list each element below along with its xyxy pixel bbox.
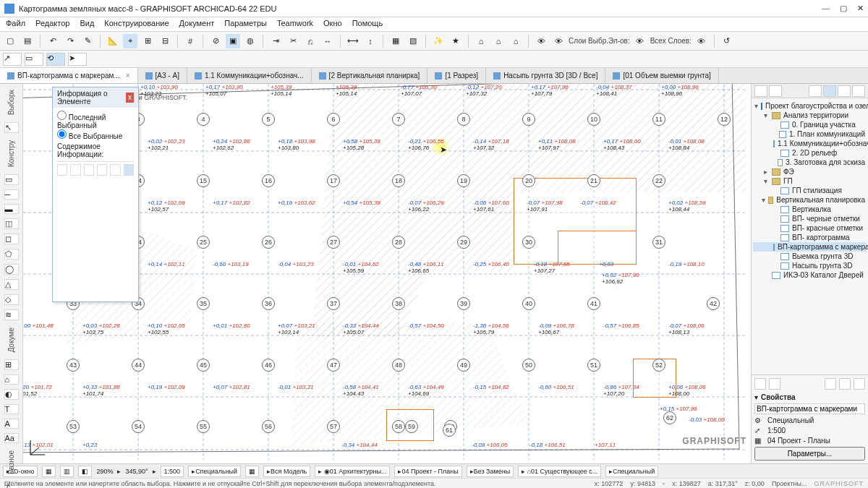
arrow-mode-icon[interactable]: ↗ xyxy=(3,53,22,66)
house2-icon[interactable]: ⌂ xyxy=(491,34,506,48)
3d-icon[interactable]: ◍ xyxy=(243,34,258,48)
prop-name-field[interactable] xyxy=(754,403,865,414)
tree-item--[interactable]: ▾ГП xyxy=(753,176,867,186)
tree-item--[interactable]: ВП-картограмма с маркерами xyxy=(753,242,867,252)
cursor-icon[interactable]: ➤ xyxy=(68,53,87,66)
radio-last[interactable]: Последний Выбранный xyxy=(57,114,106,129)
menu-Файл[interactable]: Файл xyxy=(6,19,25,30)
tab--1-[interactable]: [1 Разрез] xyxy=(427,68,486,83)
sb-icon-1[interactable]: ▦ xyxy=(42,466,56,477)
menu-Документ[interactable]: Документ xyxy=(179,19,215,30)
marquee-icon[interactable]: ▭ xyxy=(25,53,43,66)
prop-icon-3[interactable] xyxy=(825,378,836,390)
tree-item-1-[interactable]: 1. План коммуникаций xyxy=(753,129,867,139)
undo-icon[interactable]: ↶ xyxy=(46,34,60,48)
drawing-canvas[interactable]: ➤ 23456789101112131415161718192021222324… xyxy=(23,84,751,463)
tool-button[interactable]: ⬠ xyxy=(4,249,19,260)
pick-icon[interactable]: ✎ xyxy=(80,34,95,48)
opt6-button[interactable]: ▸ ⌂ 01 Существующее с... xyxy=(518,466,601,477)
refresh-icon[interactable]: ⟲ xyxy=(46,53,65,66)
tree-item-2-2D-[interactable]: 2. 2D рельеф xyxy=(753,148,867,158)
fav-icon[interactable]: ★ xyxy=(448,34,463,48)
tree-item--[interactable]: Вертикалка xyxy=(753,205,867,214)
adjust-icon[interactable]: ↔ xyxy=(320,34,335,48)
nav-tab-home-icon[interactable] xyxy=(809,85,822,97)
menu-Вид[interactable]: Вид xyxy=(80,19,94,30)
eye2-icon[interactable]: 👁 xyxy=(551,34,566,48)
tree-root[interactable]: ▾Проект благоустройства и озеленени xyxy=(753,101,867,111)
snap2-icon[interactable]: ⊞ xyxy=(140,34,155,48)
tool-button[interactable]: △ xyxy=(4,279,19,290)
info-icon-1[interactable] xyxy=(57,164,67,176)
tree-item-3-[interactable]: 3. Заготовка для эскиза xyxy=(753,158,867,167)
navigator-tree[interactable]: ▾Проект благоустройства и озеленени▾Анал… xyxy=(752,98,868,374)
tree-item--[interactable]: ▸ФЭ xyxy=(753,167,867,176)
menu-Teamwork[interactable]: Teamwork xyxy=(277,19,313,30)
tab--01-[interactable]: [01 Объем выемки грунта] xyxy=(605,68,718,83)
new-icon[interactable]: ▢ xyxy=(3,34,17,48)
info-icon-6[interactable] xyxy=(124,164,134,176)
tree-item--[interactable]: ▾Вертикальная планировка xyxy=(753,195,867,205)
house-icon[interactable]: ⌂ xyxy=(474,34,488,48)
prop-icon-4[interactable] xyxy=(839,378,851,390)
opt7-button[interactable]: ▸ Специальный xyxy=(605,466,658,477)
tree-item--[interactable]: ВП- черные отметки xyxy=(753,214,867,223)
tool-button[interactable]: ◯ xyxy=(4,264,19,275)
dim2-icon[interactable]: ↕ xyxy=(363,34,378,48)
opt4-button[interactable]: ▸ 04 Проект - Планы xyxy=(394,466,461,477)
tree-item-1-1-[interactable]: 1.1 Коммуникации+обозначения xyxy=(753,139,867,148)
radio-all[interactable]: Все Выбранные xyxy=(57,132,122,140)
tool-button[interactable]: ▭ xyxy=(4,174,19,185)
nav-tab-views-icon[interactable] xyxy=(823,85,836,97)
tool-button[interactable]: ◫ xyxy=(4,218,19,229)
tree-item--3D[interactable]: Насыпь грунта 3D xyxy=(753,261,867,270)
prop-icon-2[interactable] xyxy=(769,378,780,390)
opt3-button[interactable]: ▸ ◉ 01 Архитектурны... xyxy=(315,466,390,477)
menu-Помощь[interactable]: Помощь xyxy=(352,19,383,30)
tool-button[interactable]: ─ xyxy=(4,189,19,200)
tool-button[interactable]: T xyxy=(4,404,19,414)
scale-button[interactable]: 1:500 xyxy=(161,466,184,477)
grid-icon[interactable]: # xyxy=(183,34,197,48)
split-icon[interactable]: ⎌ xyxy=(303,34,318,48)
info-icon-4[interactable] xyxy=(97,164,107,176)
info-icon-5[interactable] xyxy=(110,164,120,176)
element-info-panel[interactable]: Информация о Элементе x Последний Выбран… xyxy=(52,87,139,302)
coord-opt[interactable]: Проектны... xyxy=(772,480,807,487)
maximize-button[interactable]: ▢ xyxy=(840,4,847,13)
house3-icon[interactable]: ⌂ xyxy=(509,34,523,48)
tree-item--[interactable]: ВП- красные отметки xyxy=(753,223,867,233)
tool-button[interactable]: ◇ xyxy=(4,294,19,305)
tree-item-0-[interactable]: 0. Граница участка xyxy=(753,120,867,129)
sb-icon-2[interactable]: ▥ xyxy=(60,466,74,477)
minimize-button[interactable]: — xyxy=(822,4,830,13)
tab--2-[interactable]: [2 Вертикальная планирка] xyxy=(312,68,428,83)
tab--3D-3D-[interactable]: Насыпь грунта 3D [3D / Все] xyxy=(486,68,605,83)
tool-button[interactable]: ⌂ xyxy=(4,374,19,385)
info-icon-3[interactable] xyxy=(84,164,94,176)
eye4-icon[interactable]: 👁 xyxy=(694,34,709,48)
layer2-icon[interactable]: ▧ xyxy=(406,34,420,48)
menu-Параметры[interactable]: Параметры xyxy=(224,19,267,30)
snap-icon[interactable]: ⌖ xyxy=(123,34,137,48)
prop-icon-1[interactable] xyxy=(754,378,766,390)
ruler-icon[interactable]: 📐 xyxy=(106,34,120,48)
redo-icon[interactable]: ↷ xyxy=(63,34,77,48)
suspend-icon[interactable]: ⊘ xyxy=(208,34,223,48)
open-icon[interactable]: ▤ xyxy=(20,34,35,48)
tool-button[interactable]: A xyxy=(4,419,19,429)
menu-Редактор[interactable]: Редактор xyxy=(35,19,69,30)
tool-button[interactable]: ↖ xyxy=(4,122,19,133)
tab--[interactable]: ВП-картограмма с маркерам...× xyxy=(0,68,138,83)
tool-button[interactable]: Aa xyxy=(4,433,19,443)
tool-button[interactable]: ◐ xyxy=(4,389,19,400)
zoom-value[interactable]: 290% xyxy=(96,468,113,475)
eye3-icon[interactable]: 👁 xyxy=(633,34,647,48)
wand-icon[interactable]: ✨ xyxy=(431,34,446,48)
tab--3-[interactable]: [А3 - А] xyxy=(138,68,187,83)
eye-icon[interactable]: 👁 xyxy=(534,34,548,48)
opt5-button[interactable]: ▸ Без Замены xyxy=(467,466,514,477)
menu-Окно[interactable]: Окно xyxy=(323,19,342,30)
dim-icon[interactable]: ⟷ xyxy=(346,34,360,48)
opt1-button[interactable]: ▸ Специальный xyxy=(188,466,241,477)
